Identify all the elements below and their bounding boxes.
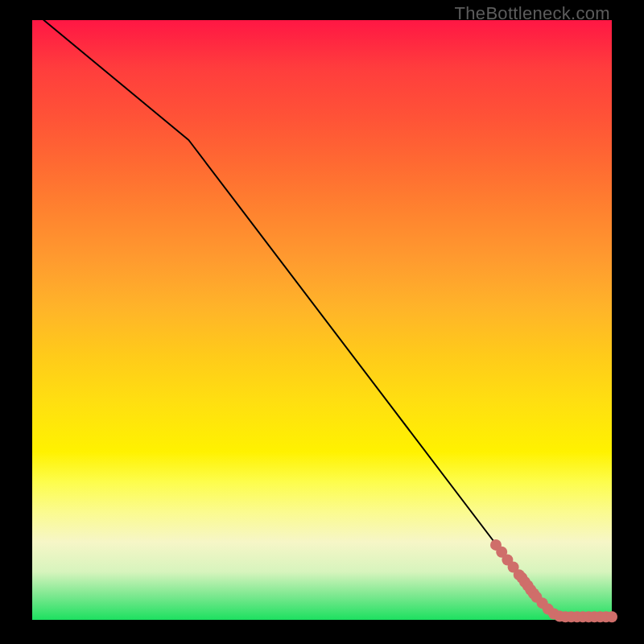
plot-gradient-background <box>32 20 612 620</box>
watermark-text: TheBottleneck.com <box>455 3 610 24</box>
chart-stage: TheBottleneck.com <box>0 0 644 644</box>
